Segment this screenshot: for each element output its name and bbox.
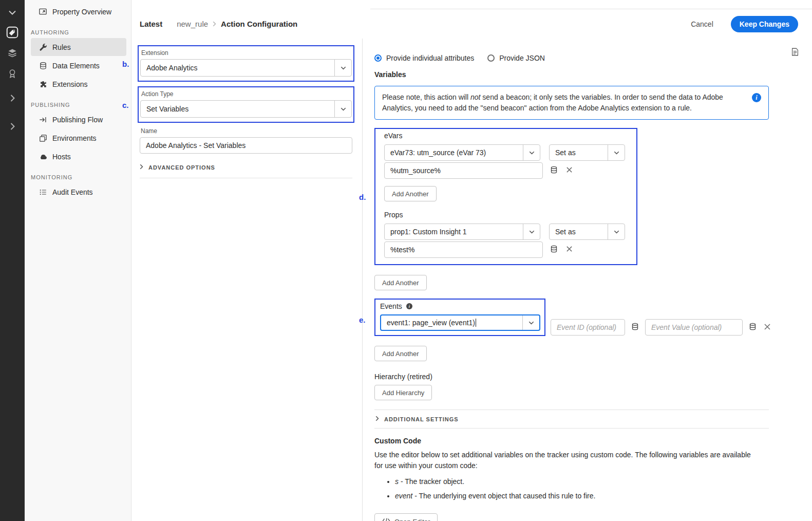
notes-icon (790, 50, 800, 58)
advanced-options-toggle[interactable]: ADVANCED OPTIONS (140, 163, 352, 178)
evars-props-highlight: eVars eVar73: utm_source (eVar 73) Set a… (374, 128, 637, 265)
sidebar-item-environments[interactable]: Environments (31, 129, 126, 147)
property-overview-icon (39, 7, 47, 16)
prop-value-input[interactable] (384, 241, 543, 258)
chevron-down-icon (9, 8, 16, 16)
chevron-right-icon (140, 164, 143, 171)
event-variable-value: event1: page_view (event1) (381, 315, 522, 330)
radio-unselected-icon (487, 54, 495, 62)
info-icon[interactable]: i (752, 93, 761, 102)
open-editor-label: Open Editor (394, 518, 430, 521)
chevron-down-icon (334, 101, 351, 117)
event-value-data-element-button[interactable] (748, 322, 758, 333)
sidebar-item-hosts[interactable]: Hosts (31, 147, 126, 165)
attribute-mode-radios: Provide individual attributes Provide JS… (374, 54, 769, 62)
extension-select[interactable]: Adobe Analytics (140, 59, 352, 77)
prop-variable-select[interactable]: prop1: Custom Insight 1 (384, 224, 540, 240)
props-add-another-button[interactable]: Add Another (374, 275, 427, 290)
event-remove-button[interactable] (763, 322, 772, 333)
rail-badge-button[interactable] (0, 64, 25, 84)
evar-variable-value: eVar73: utm_source (eVar 73) (385, 145, 523, 160)
additional-settings-label: ADDITIONAL SETTINGS (384, 416, 459, 422)
evar-value-row (384, 162, 626, 179)
action-type-label: Action Type (141, 90, 352, 98)
action-editor-column: Provide individual attributes Provide JS… (362, 39, 812, 521)
audit-list-icon (39, 188, 47, 196)
chevron-right-icon (10, 123, 15, 132)
event-variable-select[interactable]: event1: page_view (event1) (380, 314, 540, 331)
stacked-windows-icon (39, 134, 47, 142)
evar-value-input[interactable] (384, 162, 543, 179)
evar-remove-button[interactable] (565, 165, 574, 176)
add-hierarchy-button[interactable]: Add Hierarchy (374, 385, 432, 400)
custom-code-description: Use the editor below to set additional v… (374, 450, 757, 471)
extension-field-highlight: Extension Adobe Analytics (138, 45, 354, 82)
cloud-icon (39, 152, 47, 161)
prop-remove-button[interactable] (565, 245, 574, 255)
name-input[interactable] (140, 137, 352, 154)
chevron-right-icon (10, 95, 15, 103)
breadcrumb-rule-name[interactable]: new_rule (177, 20, 208, 28)
additional-settings-toggle[interactable]: ADDITIONAL SETTINGS (374, 410, 769, 429)
evar-mode-select[interactable]: Set as (549, 144, 625, 161)
page-header: Latest new_rule Action Configuration Can… (131, 9, 812, 39)
sidebar-item-data-elements[interactable]: Data Elements (31, 57, 126, 75)
sidebar-item-label: Audit Events (52, 188, 93, 196)
sidebar-item-label: Extensions (52, 80, 87, 88)
text-cursor (476, 319, 476, 327)
sidebar-item-label: Environments (52, 134, 97, 142)
events-add-another-button[interactable]: Add Another (374, 346, 427, 361)
keep-changes-button[interactable]: Keep Changes (731, 16, 798, 32)
prop-mode-value: Set as (550, 224, 608, 239)
sidebar-item-label: Data Elements (52, 62, 100, 70)
custom-code-title: Custom Code (374, 437, 769, 445)
info-icon[interactable]: i (406, 303, 412, 309)
events-title: Events (380, 302, 402, 310)
event-id-data-element-button[interactable] (630, 322, 640, 333)
chevron-down-icon (523, 145, 540, 160)
evar-variable-select[interactable]: eVar73: utm_source (eVar 73) (384, 144, 540, 161)
sidebar-item-label: Publishing Flow (52, 116, 103, 124)
event-value-input[interactable] (645, 319, 743, 336)
chevron-down-icon (522, 315, 539, 330)
prop-mode-select[interactable]: Set as (549, 224, 625, 240)
action-type-select[interactable]: Set Variables (140, 100, 352, 118)
layers-icon (7, 48, 17, 60)
notes-panel-button[interactable] (790, 47, 800, 58)
radio-selected-icon (374, 54, 382, 62)
close-icon (566, 166, 573, 175)
rail-expand-button-2[interactable] (0, 117, 25, 137)
prop-data-element-button[interactable] (549, 244, 559, 255)
radio-provide-json[interactable]: Provide JSON (487, 54, 545, 62)
cancel-button[interactable]: Cancel (687, 17, 717, 31)
data-element-icon (631, 323, 639, 332)
rail-expand-button-1[interactable] (0, 88, 25, 109)
hierarchy-title: Hierarchy (retired) (374, 373, 769, 381)
chevron-down-icon (608, 145, 625, 160)
sidebar: Property Overview AUTHORING Rules Data E… (25, 0, 131, 521)
rail-collapse-button[interactable] (0, 2, 25, 23)
rail-data-collection-button[interactable] (0, 23, 25, 43)
evars-add-another-button[interactable]: Add Another (384, 186, 437, 201)
sidebar-item-audit-events[interactable]: Audit Events (31, 183, 126, 201)
annotation-letter-e: e. (359, 315, 366, 324)
open-editor-button[interactable]: Open Editor (374, 513, 438, 521)
advanced-options-label: ADVANCED OPTIONS (148, 164, 215, 171)
sidebar-item-publishing-flow[interactable]: Publishing Flow (31, 110, 126, 128)
evar-data-element-button[interactable] (549, 165, 559, 176)
sidebar-item-extensions[interactable]: Extensions (31, 75, 126, 93)
breadcrumb-latest[interactable]: Latest (140, 20, 162, 28)
code-icon (382, 517, 390, 521)
custom-code-variables-list: s - The tracker object. event - The unde… (374, 476, 769, 501)
sidebar-item-rules[interactable]: Rules (31, 38, 126, 56)
radio-provide-individual[interactable]: Provide individual attributes (374, 54, 474, 62)
action-type-select-value: Set Variables (141, 101, 334, 117)
close-icon (566, 246, 573, 254)
radio-label: Provide JSON (499, 54, 545, 62)
sidebar-section-publishing: PUBLISHING (31, 102, 131, 108)
rail-layers-button[interactable] (0, 43, 25, 64)
sidebar-item-label: Hosts (52, 153, 71, 161)
name-field: Name (140, 127, 352, 154)
event-id-input[interactable] (551, 319, 625, 336)
sidebar-item-property-overview[interactable]: Property Overview (31, 3, 126, 21)
